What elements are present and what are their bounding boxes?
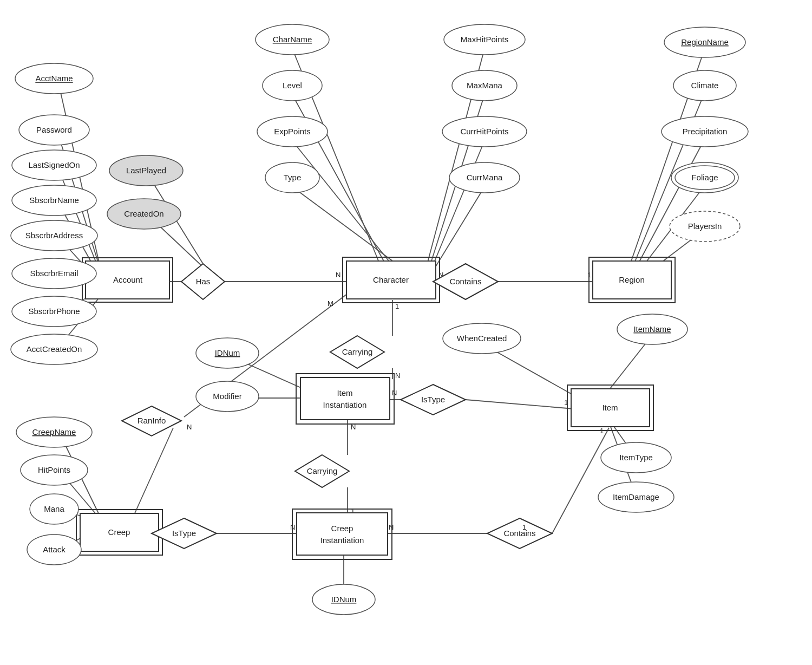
entity-character-label: Character xyxy=(373,275,409,284)
rel-has-label: Has xyxy=(196,277,211,286)
svg-text:N: N xyxy=(389,523,394,531)
attr-maxmana-label: MaxMana xyxy=(467,81,503,90)
svg-text:N: N xyxy=(336,271,340,279)
attr-lastplayed-label: LastPlayed xyxy=(126,166,166,175)
svg-text:1: 1 xyxy=(395,302,399,310)
attr-currhitpoints-label: CurrHitPoints xyxy=(460,127,508,136)
attr-acctname-label: AcctName xyxy=(35,74,73,83)
attr-idnum-item-label: IDNum xyxy=(215,348,240,357)
svg-line-13 xyxy=(466,400,574,409)
rel-raninfo-label: RanInfo xyxy=(137,416,166,425)
entity-region-label: Region xyxy=(619,275,645,284)
svg-line-49 xyxy=(433,187,484,271)
svg-line-48 xyxy=(432,141,484,268)
svg-text:N: N xyxy=(187,423,192,431)
entity-item-inst-label2: Instantiation xyxy=(323,400,367,409)
svg-text:M: M xyxy=(328,299,333,308)
svg-line-23 xyxy=(134,428,173,514)
attr-climate-label: Climate xyxy=(691,81,719,90)
attr-createdon-label: CreatedOn xyxy=(124,209,163,218)
svg-line-34 xyxy=(57,165,99,270)
attr-type-label: Type xyxy=(284,173,302,182)
entity-account-label: Account xyxy=(113,275,143,284)
attr-mana-label: Mana xyxy=(44,504,64,513)
attr-modifier-label: Modifier xyxy=(213,392,241,401)
attr-itemtype-label: ItemType xyxy=(619,453,653,462)
attr-password-label: Password xyxy=(36,125,72,134)
attr-acctcreatedon-label: AcctCreatedOn xyxy=(27,344,82,354)
svg-line-44 xyxy=(292,141,390,262)
attr-sbscrbrname-label: SbscrbrName xyxy=(29,195,79,205)
entity-creep-inst-label2: Instantiation xyxy=(320,536,364,545)
svg-text:N: N xyxy=(395,371,400,380)
attr-attack-label: Attack xyxy=(43,545,66,554)
svg-line-45 xyxy=(292,187,394,262)
attr-currmana-label: CurrMana xyxy=(467,173,503,182)
attr-charname-label: CharName xyxy=(273,35,312,44)
attr-foliage-label: Foliage xyxy=(691,173,718,182)
er-diagram: text { font-family: Arial, sans-serif; f… xyxy=(0,0,812,665)
attr-lastsignedon-label: LastSignedOn xyxy=(28,160,80,169)
entity-item-inst-label1: Item xyxy=(337,388,352,397)
attr-maxhitpoints-label: MaxHitPoints xyxy=(461,35,508,44)
rel-contains-region-label: Contains xyxy=(449,277,481,286)
attr-exppoints-label: ExpPoints xyxy=(274,127,311,136)
attr-regionname-label: RegionName xyxy=(681,37,729,47)
attr-creepname-label: CreepName xyxy=(32,427,76,436)
attr-idnum-creep-label: IDNum xyxy=(331,595,357,604)
rel-carrying-char-label: Carrying xyxy=(342,347,373,356)
entity-creep-inst-label1: Creep xyxy=(331,524,353,533)
svg-line-52 xyxy=(635,141,704,270)
entity-item-instantiation xyxy=(300,377,390,420)
entity-creep-label: Creep xyxy=(108,527,130,537)
attr-precipitation-label: Precipitation xyxy=(683,127,728,136)
attr-level-label: Level xyxy=(283,81,302,90)
svg-line-30 xyxy=(552,428,609,533)
attr-hitpoints-label: HitPoints xyxy=(38,465,70,474)
attr-itemdamage-label: ItemDamage xyxy=(613,492,659,501)
svg-line-56 xyxy=(487,347,574,395)
rel-istype-creep-label: IsType xyxy=(172,529,196,538)
rel-contains-creep-label: Contains xyxy=(503,529,535,538)
entity-creep-instantiation xyxy=(297,513,388,555)
card-contains-creep-1: 1 xyxy=(522,523,526,531)
entity-item-label: Item xyxy=(602,403,618,412)
attr-sbscrbrphone-label: SbscrbrPhone xyxy=(28,307,80,316)
svg-line-55 xyxy=(609,338,650,390)
attr-sbscrberemail-label: SbscrbrEmail xyxy=(30,269,78,278)
attr-itemname-label: ItemName xyxy=(633,324,671,334)
attr-sbscraddress-label: SbscrbrAddress xyxy=(25,231,83,240)
attr-whencreated-label: WhenCreated xyxy=(457,334,507,343)
attr-playersin-label: PlayersIn xyxy=(688,221,722,231)
rel-carrying-creep-label: Carrying xyxy=(307,466,338,475)
rel-istype-item-label: IsType xyxy=(421,395,445,404)
